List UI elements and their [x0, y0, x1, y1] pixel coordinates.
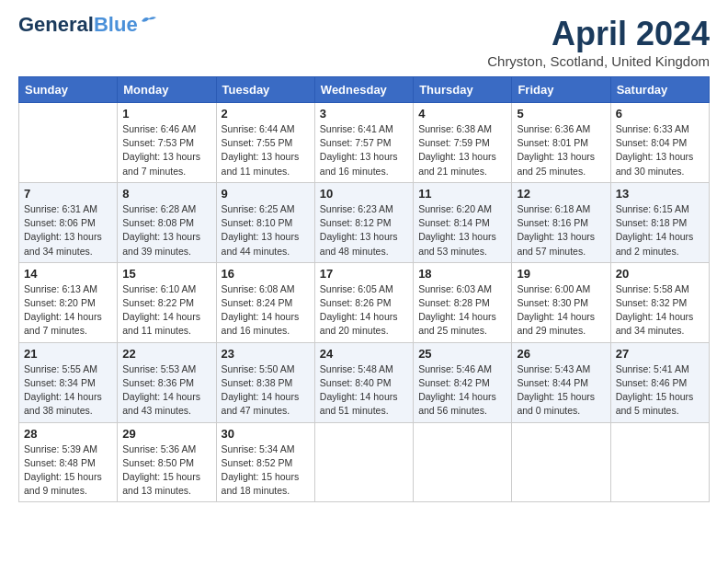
weekday-header-wednesday: Wednesday	[314, 77, 413, 103]
day-number: 22	[122, 347, 210, 361]
location-subtitle: Chryston, Scotland, United Kingdom	[487, 53, 710, 69]
calendar-cell: 19Sunrise: 6:00 AM Sunset: 8:30 PM Dayli…	[512, 262, 610, 342]
calendar-cell: 26Sunrise: 5:43 AM Sunset: 8:44 PM Dayli…	[512, 342, 610, 422]
day-info: Sunrise: 6:13 AM Sunset: 8:20 PM Dayligh…	[24, 282, 112, 339]
calendar-cell: 25Sunrise: 5:46 AM Sunset: 8:42 PM Dayli…	[414, 342, 512, 422]
calendar-cell	[512, 422, 610, 502]
day-info: Sunrise: 6:44 AM Sunset: 7:55 PM Dayligh…	[222, 122, 310, 178]
day-number: 24	[320, 347, 408, 361]
calendar-week-row: 14Sunrise: 6:13 AM Sunset: 8:20 PM Dayli…	[19, 262, 710, 342]
day-info: Sunrise: 5:58 AM Sunset: 8:32 PM Dayligh…	[616, 282, 704, 339]
day-number: 3	[320, 107, 408, 121]
day-number: 8	[122, 187, 210, 201]
day-info: Sunrise: 6:08 AM Sunset: 8:24 PM Dayligh…	[222, 282, 310, 339]
day-number: 16	[222, 267, 310, 281]
day-info: Sunrise: 5:34 AM Sunset: 8:52 PM Dayligh…	[222, 442, 310, 499]
weekday-header-thursday: Thursday	[414, 77, 512, 103]
weekday-header-friday: Friday	[512, 77, 610, 103]
day-info: Sunrise: 6:10 AM Sunset: 8:22 PM Dayligh…	[122, 282, 210, 339]
day-number: 19	[517, 267, 605, 281]
calendar-cell: 2Sunrise: 6:44 AM Sunset: 7:55 PM Daylig…	[216, 103, 314, 183]
day-info: Sunrise: 6:20 AM Sunset: 8:14 PM Dayligh…	[418, 202, 506, 259]
calendar-cell: 28Sunrise: 5:39 AM Sunset: 8:48 PM Dayli…	[19, 422, 118, 502]
day-number: 13	[616, 187, 704, 201]
weekday-header-monday: Monday	[118, 77, 216, 103]
calendar-cell: 13Sunrise: 6:15 AM Sunset: 8:18 PM Dayli…	[610, 182, 709, 262]
day-info: Sunrise: 5:43 AM Sunset: 8:44 PM Dayligh…	[517, 362, 605, 419]
calendar-cell: 12Sunrise: 6:18 AM Sunset: 8:16 PM Dayli…	[512, 182, 610, 262]
day-info: Sunrise: 5:50 AM Sunset: 8:38 PM Dayligh…	[222, 362, 310, 419]
calendar-cell: 30Sunrise: 5:34 AM Sunset: 8:52 PM Dayli…	[216, 422, 314, 502]
calendar-cell: 18Sunrise: 6:03 AM Sunset: 8:28 PM Dayli…	[414, 262, 512, 342]
day-number: 2	[222, 107, 310, 121]
calendar-cell	[19, 103, 118, 183]
title-block: April 2024 Chryston, Scotland, United Ki…	[487, 15, 710, 69]
calendar-cell: 14Sunrise: 6:13 AM Sunset: 8:20 PM Dayli…	[19, 262, 118, 342]
calendar-cell: 15Sunrise: 6:10 AM Sunset: 8:22 PM Dayli…	[118, 262, 216, 342]
calendar-cell: 7Sunrise: 6:31 AM Sunset: 8:06 PM Daylig…	[19, 182, 118, 262]
day-number: 4	[418, 107, 506, 121]
calendar-cell: 6Sunrise: 6:33 AM Sunset: 8:04 PM Daylig…	[610, 103, 709, 183]
day-info: Sunrise: 6:25 AM Sunset: 8:10 PM Dayligh…	[222, 202, 310, 259]
day-number: 26	[517, 347, 605, 361]
logo-bird-icon	[140, 14, 158, 29]
calendar-cell: 9Sunrise: 6:25 AM Sunset: 8:10 PM Daylig…	[216, 182, 314, 262]
weekday-header-sunday: Sunday	[19, 77, 118, 103]
page-header: GeneralBlue April 2024 Chryston, Scotlan…	[18, 15, 710, 69]
day-number: 27	[616, 347, 704, 361]
calendar-cell	[610, 422, 709, 502]
day-number: 1	[122, 107, 210, 121]
day-info: Sunrise: 6:03 AM Sunset: 8:28 PM Dayligh…	[418, 282, 506, 339]
day-number: 9	[222, 187, 310, 201]
day-number: 5	[517, 107, 605, 121]
day-info: Sunrise: 6:28 AM Sunset: 8:08 PM Dayligh…	[122, 202, 210, 259]
day-number: 10	[320, 187, 408, 201]
day-info: Sunrise: 6:23 AM Sunset: 8:12 PM Dayligh…	[320, 202, 408, 259]
month-title: April 2024	[487, 15, 710, 53]
day-number: 21	[24, 347, 112, 361]
day-info: Sunrise: 6:00 AM Sunset: 8:30 PM Dayligh…	[517, 282, 605, 339]
calendar-cell: 8Sunrise: 6:28 AM Sunset: 8:08 PM Daylig…	[118, 182, 216, 262]
day-number: 11	[418, 187, 506, 201]
weekday-header-row: SundayMondayTuesdayWednesdayThursdayFrid…	[19, 77, 710, 103]
calendar-cell: 4Sunrise: 6:38 AM Sunset: 7:59 PM Daylig…	[414, 103, 512, 183]
day-info: Sunrise: 5:36 AM Sunset: 8:50 PM Dayligh…	[122, 442, 210, 499]
calendar-cell: 22Sunrise: 5:53 AM Sunset: 8:36 PM Dayli…	[118, 342, 216, 422]
day-number: 25	[418, 347, 506, 361]
weekday-header-tuesday: Tuesday	[216, 77, 314, 103]
day-number: 12	[517, 187, 605, 201]
weekday-header-saturday: Saturday	[610, 77, 709, 103]
day-info: Sunrise: 6:18 AM Sunset: 8:16 PM Dayligh…	[517, 202, 605, 259]
day-number: 30	[222, 427, 310, 441]
day-number: 20	[616, 267, 704, 281]
calendar-cell	[314, 422, 413, 502]
calendar-cell: 11Sunrise: 6:20 AM Sunset: 8:14 PM Dayli…	[414, 182, 512, 262]
day-info: Sunrise: 5:39 AM Sunset: 8:48 PM Dayligh…	[24, 442, 112, 499]
day-info: Sunrise: 6:41 AM Sunset: 7:57 PM Dayligh…	[320, 122, 408, 178]
logo: GeneralBlue	[18, 15, 158, 35]
day-info: Sunrise: 6:15 AM Sunset: 8:18 PM Dayligh…	[616, 202, 704, 259]
calendar-cell: 17Sunrise: 6:05 AM Sunset: 8:26 PM Dayli…	[314, 262, 413, 342]
calendar-cell: 21Sunrise: 5:55 AM Sunset: 8:34 PM Dayli…	[19, 342, 118, 422]
day-info: Sunrise: 6:46 AM Sunset: 7:53 PM Dayligh…	[122, 122, 210, 178]
calendar-week-row: 7Sunrise: 6:31 AM Sunset: 8:06 PM Daylig…	[19, 182, 710, 262]
logo-text: GeneralBlue	[18, 15, 138, 35]
day-info: Sunrise: 6:05 AM Sunset: 8:26 PM Dayligh…	[320, 282, 408, 339]
day-number: 28	[24, 427, 112, 441]
day-info: Sunrise: 5:53 AM Sunset: 8:36 PM Dayligh…	[122, 362, 210, 419]
calendar-cell: 29Sunrise: 5:36 AM Sunset: 8:50 PM Dayli…	[118, 422, 216, 502]
calendar-cell: 24Sunrise: 5:48 AM Sunset: 8:40 PM Dayli…	[314, 342, 413, 422]
day-number: 29	[122, 427, 210, 441]
calendar-cell: 3Sunrise: 6:41 AM Sunset: 7:57 PM Daylig…	[314, 103, 413, 183]
day-number: 15	[122, 267, 210, 281]
day-number: 17	[320, 267, 408, 281]
day-info: Sunrise: 6:36 AM Sunset: 8:01 PM Dayligh…	[517, 122, 605, 178]
day-info: Sunrise: 5:55 AM Sunset: 8:34 PM Dayligh…	[24, 362, 112, 419]
calendar-cell: 10Sunrise: 6:23 AM Sunset: 8:12 PM Dayli…	[314, 182, 413, 262]
calendar-cell: 23Sunrise: 5:50 AM Sunset: 8:38 PM Dayli…	[216, 342, 314, 422]
day-info: Sunrise: 6:38 AM Sunset: 7:59 PM Dayligh…	[418, 122, 506, 178]
calendar-week-row: 28Sunrise: 5:39 AM Sunset: 8:48 PM Dayli…	[19, 422, 710, 502]
day-info: Sunrise: 5:41 AM Sunset: 8:46 PM Dayligh…	[616, 362, 704, 419]
calendar-cell: 5Sunrise: 6:36 AM Sunset: 8:01 PM Daylig…	[512, 103, 610, 183]
day-info: Sunrise: 5:48 AM Sunset: 8:40 PM Dayligh…	[320, 362, 408, 419]
